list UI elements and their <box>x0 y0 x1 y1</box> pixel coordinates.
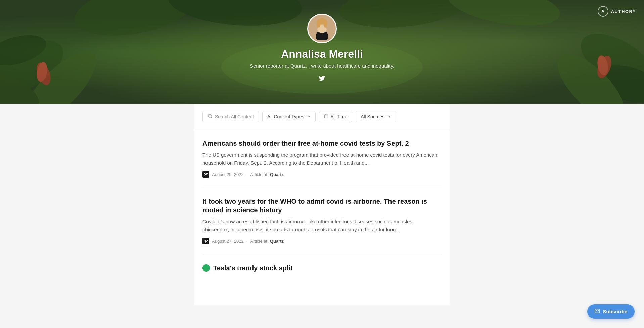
svg-rect-26 <box>325 115 328 118</box>
source-badge: QZ <box>202 238 209 244</box>
content-area: Search All Content All Content Types ▼ A… <box>194 104 450 305</box>
hero-content: Annalisa Merelli Senior reporter at Quar… <box>250 14 394 84</box>
authory-circle: A <box>598 6 608 17</box>
svg-point-24 <box>208 114 211 117</box>
content-types-label: All Content Types <box>267 114 304 119</box>
svg-point-16 <box>444 0 563 33</box>
article-title[interactable]: It took two years for the WHO to admit c… <box>202 197 442 214</box>
content-types-dropdown[interactable]: All Content Types ▼ <box>262 111 316 122</box>
twitter-icon[interactable] <box>317 73 327 84</box>
search-icon <box>208 114 212 119</box>
search-placeholder: Search All Content <box>215 114 254 119</box>
svg-point-23 <box>323 19 327 28</box>
svg-line-25 <box>211 117 212 118</box>
source-badge: QZ <box>202 171 209 178</box>
article-source[interactable]: Quartz <box>270 239 284 244</box>
article-title[interactable]: Tesla's trendy stock split <box>213 264 293 272</box>
search-box[interactable]: Search All Content <box>202 111 259 122</box>
article-date: August 27, 2022 <box>212 239 244 244</box>
time-filter-dropdown[interactable]: All Time <box>319 111 352 122</box>
article-excerpt: The US government is suspending the prog… <box>202 151 442 167</box>
time-label: All Time <box>330 114 347 119</box>
authory-wordmark: AUTHORY <box>611 9 636 14</box>
article-item: Tesla's trendy stock split <box>202 254 442 282</box>
hero-section: A AUTHORY Annalisa Merelli Senior report… <box>0 0 644 104</box>
article-type: Article at <box>250 172 267 177</box>
filter-bar: Search All Content All Content Types ▼ A… <box>194 104 450 129</box>
author-bio: Senior reporter at Quartz. I write about… <box>250 63 394 69</box>
sources-chevron-icon: ▼ <box>388 115 391 118</box>
authory-letter: A <box>601 9 604 14</box>
separator: · <box>246 172 248 177</box>
article-title[interactable]: Americans should order their free at-hom… <box>202 139 442 148</box>
sources-label: All Sources <box>361 114 384 119</box>
calendar-icon <box>324 114 328 119</box>
article-item: It took two years for the WHO to admit c… <box>202 187 442 254</box>
author-name: Annalisa Merelli <box>281 48 363 60</box>
articles-list: Americans should order their free at-hom… <box>194 129 450 282</box>
article-type: Article at <box>250 239 267 244</box>
article-item: Americans should order their free at-hom… <box>202 129 442 187</box>
article-meta: QZ August 27, 2022 · Article at Quartz <box>202 238 442 244</box>
separator: · <box>246 239 248 244</box>
article-date: August 29, 2022 <box>212 172 244 177</box>
source-badge-globe <box>202 264 210 272</box>
article-meta: QZ August 29, 2022 · Article at Quartz <box>202 171 442 178</box>
avatar <box>307 14 337 43</box>
authory-logo: A AUTHORY <box>598 6 636 17</box>
subscribe-button[interactable]: Subscribe <box>587 304 635 305</box>
sources-dropdown[interactable]: All Sources ▼ <box>356 111 396 122</box>
article-source[interactable]: Quartz <box>270 172 284 177</box>
chevron-down-icon: ▼ <box>307 115 311 118</box>
svg-point-22 <box>317 19 321 28</box>
article-excerpt: Covid, it's now an established fact, is … <box>202 218 442 234</box>
avatar-image <box>310 17 334 40</box>
